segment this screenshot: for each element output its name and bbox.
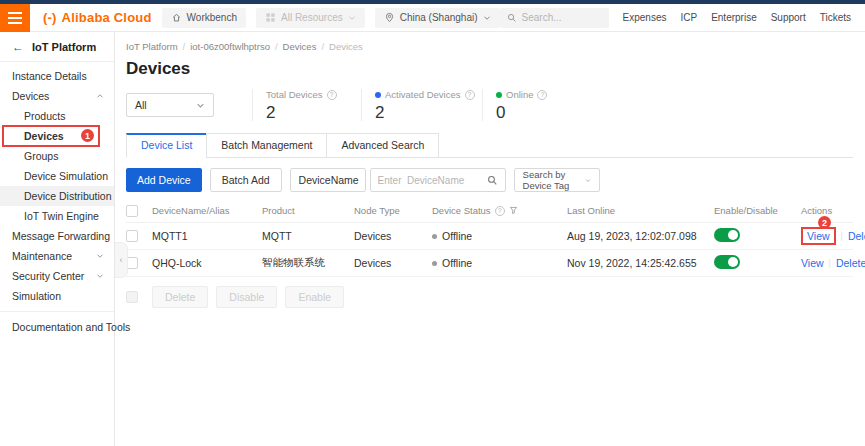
bulk-delete-button[interactable]: Delete — [152, 286, 208, 308]
col-last-online: Last Online — [567, 205, 714, 216]
cell-actions: View | Delete — [801, 257, 865, 269]
stat-online-value: 0 — [496, 105, 570, 121]
cell-node-type: Devices — [354, 257, 432, 269]
topnav-link-tickets[interactable]: Tickets — [820, 12, 851, 23]
main-content: IoT Platform / iot-06z00ftwlhptrso / Dev… — [116, 32, 865, 446]
device-filter-dropdown[interactable]: All — [126, 93, 214, 117]
home-icon — [171, 12, 182, 23]
delete-link[interactable]: Delete — [836, 257, 865, 269]
delete-link[interactable]: Delete — [848, 230, 865, 242]
topnav-link-icp[interactable]: ICP — [680, 12, 697, 23]
annotation-box-2: View 2 — [801, 227, 836, 245]
sidebar-item-device-simulation[interactable]: Device Simulation — [0, 166, 114, 186]
help-circle-icon[interactable]: ? — [327, 90, 337, 100]
topnav-icon-group: ? — [857, 11, 865, 24]
select-all-checkbox[interactable] — [126, 205, 138, 217]
top-navigation-bar: (-) Alibaba Cloud Workbench All Resource… — [0, 4, 865, 32]
cell-last-online: Aug 19, 2023, 12:02:07.098 — [567, 230, 714, 242]
batch-add-button[interactable]: Batch Add — [210, 168, 282, 192]
topnav-link-support[interactable]: Support — [771, 12, 806, 23]
help-circle-icon[interactable]: ? — [495, 206, 505, 216]
sidebar-item-device-distribution[interactable]: Device Distribution — [0, 186, 114, 206]
topnav-link-expenses[interactable]: Expenses — [623, 12, 667, 23]
logo-mark-icon: (-) — [43, 10, 57, 25]
help-circle-icon[interactable]: ? — [465, 90, 475, 100]
back-arrow-icon[interactable]: ← — [12, 40, 24, 54]
search-icon[interactable] — [487, 175, 498, 186]
all-resources-dropdown[interactable]: All Resources — [256, 8, 365, 28]
chevron-down-icon — [348, 14, 356, 22]
sidebar-item-groups[interactable]: Groups — [0, 146, 114, 166]
chevron-down-icon — [96, 252, 104, 260]
bulk-select-checkbox[interactable] — [126, 291, 138, 303]
sidebar-item-instance-details[interactable]: Instance Details — [0, 66, 114, 86]
global-search — [500, 8, 609, 28]
chevron-down-icon — [96, 272, 104, 280]
sidebar-item-message-forwarding[interactable]: Message Forwarding — [0, 226, 114, 246]
cell-device-name[interactable]: MQTT1 — [152, 230, 262, 242]
col-product: Product — [262, 205, 354, 216]
sidebar-item-documentation-and-tools[interactable]: Documentation and Tools — [0, 317, 114, 337]
annotation-badge-1: 1 — [81, 129, 94, 142]
brand-name: Alibaba Cloud — [62, 10, 152, 25]
view-link[interactable]: View — [801, 257, 824, 269]
location-pin-icon — [384, 12, 395, 23]
tab-bar: Device List Batch Management Advanced Se… — [126, 133, 853, 158]
cell-device-status: Offline — [432, 257, 567, 269]
breadcrumb-current: Devices — [329, 41, 363, 52]
add-device-button[interactable]: Add Device — [126, 168, 202, 192]
tab-advanced-search[interactable]: Advanced Search — [326, 133, 439, 158]
topnav-link-enterprise[interactable]: Enterprise — [711, 12, 757, 23]
workbench-button[interactable]: Workbench — [162, 8, 246, 28]
cell-device-name[interactable]: QHQ-Lock — [152, 257, 262, 269]
help-circle-icon[interactable]: ? — [537, 90, 547, 100]
device-table: DeviceName/Alias Product Node Type Devic… — [126, 199, 853, 277]
sidebar-item-iot-twin-engine[interactable]: IoT Twin Engine — [0, 206, 114, 226]
tab-batch-management[interactable]: Batch Management — [206, 133, 327, 158]
sidebar-item-maintenance[interactable]: Maintenance — [0, 246, 114, 266]
breadcrumb-iot-platform[interactable]: IoT Platform — [126, 41, 178, 52]
chevron-down-icon — [196, 101, 205, 110]
bulk-enable-button[interactable]: Enable — [285, 286, 344, 308]
alibaba-cloud-logo[interactable]: (-) Alibaba Cloud — [43, 10, 152, 25]
device-tag-search-dropdown[interactable]: Search by Device Tag — [514, 168, 600, 192]
region-selector[interactable]: China (Shanghai) — [375, 8, 500, 28]
sidebar-item-devices[interactable]: Devices 1 — [0, 126, 114, 146]
sidebar-collapse-handle[interactable]: ‹ — [115, 242, 128, 278]
breadcrumb: IoT Platform / iot-06z00ftwlhptrso / Dev… — [126, 41, 853, 52]
global-search-input[interactable] — [522, 12, 602, 23]
activated-dot — [375, 92, 381, 98]
table-row: QHQ-Lock 智能物联系统 Devices Offline Nov 19, … — [126, 250, 853, 277]
table-row: MQTT1 MQTT Devices Offline Aug 19, 2023,… — [126, 223, 853, 250]
chevron-down-icon — [585, 176, 591, 185]
col-devicename: DeviceName/Alias — [152, 205, 262, 216]
sidebar-item-simulation[interactable]: Simulation — [0, 286, 114, 306]
cell-device-status: Offline — [432, 230, 567, 242]
view-link[interactable]: View — [807, 230, 830, 242]
sidebar-item-security-center[interactable]: Security Center — [0, 266, 114, 286]
cell-node-type: Devices — [354, 230, 432, 242]
enable-toggle[interactable] — [714, 255, 740, 269]
sidebar-title: IoT Platform — [32, 41, 96, 53]
sidebar-item-products[interactable]: Products — [0, 106, 114, 126]
col-actions: Actions — [801, 205, 853, 216]
sidebar-item-devices-group[interactable]: Devices — [0, 86, 114, 106]
device-search-input[interactable] — [378, 175, 487, 186]
hamburger-menu-icon[interactable] — [0, 4, 30, 32]
sidebar: ← IoT Platform Instance Details Devices … — [0, 32, 115, 446]
row-checkbox[interactable] — [126, 230, 138, 242]
search-field-dropdown[interactable]: DeviceName — [290, 168, 366, 192]
filter-funnel-icon[interactable] — [509, 206, 518, 215]
breadcrumb-devices[interactable]: Devices — [283, 41, 317, 52]
cell-enable-toggle — [714, 255, 801, 271]
col-enable-disable: Enable/Disable — [714, 205, 801, 216]
cell-product: 智能物联系统 — [262, 256, 354, 270]
stats-row: All Total Devices ? 2 Activated Devices … — [126, 89, 853, 121]
cell-enable-toggle — [714, 228, 801, 244]
cell-product: MQTT — [262, 230, 354, 242]
bulk-disable-button[interactable]: Disable — [216, 286, 277, 308]
breadcrumb-instance-id[interactable]: iot-06z00ftwlhptrso — [190, 41, 270, 52]
device-toolbar: Add Device Batch Add DeviceName Search b… — [126, 168, 853, 192]
tab-device-list[interactable]: Device List — [126, 133, 207, 158]
enable-toggle[interactable] — [714, 228, 740, 242]
